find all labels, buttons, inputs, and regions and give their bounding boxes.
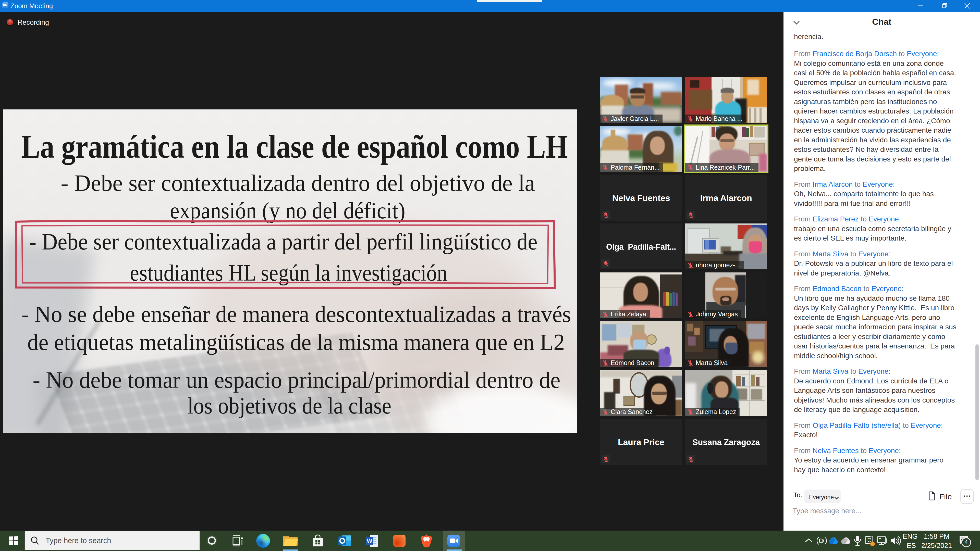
svg-text:W: W: [367, 538, 372, 544]
